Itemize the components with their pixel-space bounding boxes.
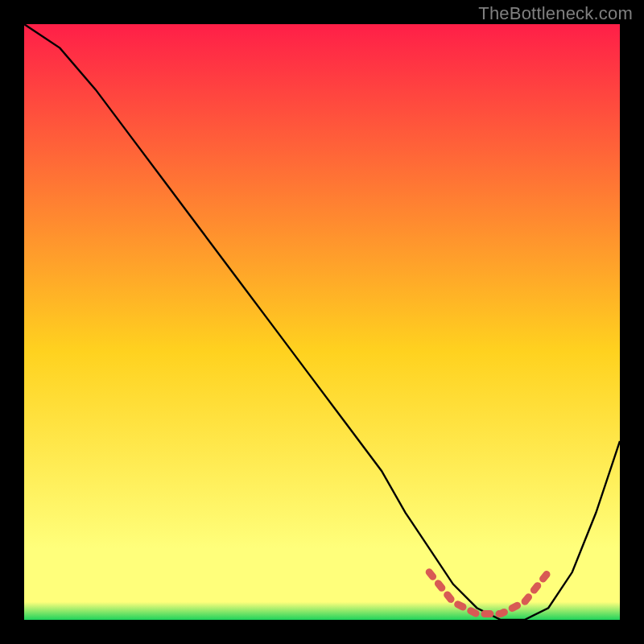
- bottleneck-chart: [24, 24, 620, 620]
- watermark-text: TheBottleneck.com: [478, 3, 633, 24]
